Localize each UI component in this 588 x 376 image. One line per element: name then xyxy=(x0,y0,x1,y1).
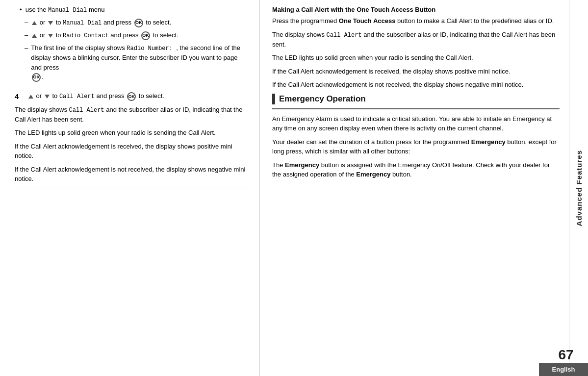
right-section1-para5: If the Call Alert acknowledgement is not… xyxy=(272,80,560,90)
step-4-row: 4 or to Call Alert and press OK to selec… xyxy=(15,92,250,101)
section2-divider xyxy=(272,108,560,109)
call-alert-code-right: Call Alert xyxy=(327,32,362,39)
arrow-up-icon xyxy=(32,21,37,25)
bullet-symbol: • xyxy=(20,6,24,13)
dash-symbol-2: – xyxy=(25,30,28,40)
manual-dial-code-2: Manual Dial xyxy=(63,20,102,26)
left-para-2: The LED lights up solid green when your … xyxy=(15,128,250,138)
dash-text-1: or to Manual Dial and press OK to select… xyxy=(31,18,171,27)
radio-number-code: Radio Number: xyxy=(127,45,176,52)
dash-symbol-3: – xyxy=(25,43,28,53)
sidebar-label: Advanced Features xyxy=(575,150,583,226)
ok-button-icon-3: OK xyxy=(32,73,41,82)
right-section1-para3: The LED lights up solid green when your … xyxy=(272,53,560,63)
bullet-manual-dial: • use the Manual Dial menu xyxy=(20,5,250,15)
right-section2-para3: The Emergency button is assigned with th… xyxy=(272,160,560,179)
dash-radio-contact: – or to Radio Contact and press OK to se… xyxy=(25,30,250,40)
arrow-up-icon-2 xyxy=(32,34,37,38)
section1-title: Making a Call Alert with the One Touch A… xyxy=(272,6,560,13)
right-section1-para1: Press the programmed One Touch Access bu… xyxy=(272,16,560,26)
language-badge: English xyxy=(539,363,588,376)
sidebar: Advanced Features xyxy=(569,0,588,376)
right-section2-para2: Your dealer can set the duration of a bu… xyxy=(272,137,560,156)
right-section2-para1: An Emergency Alarm is used to indicate a… xyxy=(272,114,560,133)
one-touch-bold: One Touch Access xyxy=(339,17,396,25)
bottom-right: 67 English xyxy=(539,347,588,376)
emergency-bold-2: Emergency xyxy=(285,161,319,169)
divider-2 xyxy=(15,189,250,189)
left-para-4: If the Call Alert acknowledgement is not… xyxy=(15,165,250,184)
right-section1-para4: If the Call Alert acknowledgement is rec… xyxy=(272,67,560,76)
emergency-bold-1: Emergency xyxy=(471,138,506,146)
dash-radio-number: – The first line of the display shows Ra… xyxy=(25,43,250,82)
ok-button-icon: OK xyxy=(134,19,143,27)
call-alert-code-step4: Call Alert xyxy=(59,93,95,100)
dash-symbol-1: – xyxy=(25,18,28,27)
arrow-down-icon-3 xyxy=(45,95,50,99)
page-number: 67 xyxy=(549,347,588,363)
dash-text-3: The first line of the display shows Radi… xyxy=(31,43,250,82)
left-para-3: If the Call Alert acknowledgement is rec… xyxy=(15,142,250,161)
radio-contact-code: Radio Contact xyxy=(63,32,109,39)
dash-text-2: or to Radio Contact and press OK to sele… xyxy=(31,30,178,40)
arrow-down-icon-2 xyxy=(48,34,53,38)
ok-button-icon-2: OK xyxy=(141,31,150,40)
right-column: Making a Call Alert with the One Touch A… xyxy=(260,0,569,376)
main-content: • use the Manual Dial menu – or to Manua… xyxy=(0,0,588,376)
ok-button-icon-4: OK xyxy=(127,92,136,101)
left-column: • use the Manual Dial menu – or to Manua… xyxy=(0,0,260,376)
right-section1-para2: The display shows Call Alert and the sub… xyxy=(272,30,560,50)
emergency-bold-3: Emergency xyxy=(356,171,390,178)
dash-manual-dial: – or to Manual Dial and press OK to sele… xyxy=(25,18,250,27)
manual-dial-code: Manual Dial xyxy=(48,7,87,14)
section2-title: Emergency Operation xyxy=(279,94,366,104)
step-4-text: or to Call Alert and press OK to select. xyxy=(27,92,164,101)
arrow-up-icon-3 xyxy=(28,95,33,99)
left-para-1: The display shows Call Alert and the sub… xyxy=(15,105,250,125)
step-number-4: 4 xyxy=(15,92,25,100)
arrow-down-icon xyxy=(48,21,53,25)
divider-1 xyxy=(15,87,250,87)
section2-header: Emergency Operation xyxy=(272,94,560,104)
bullet-text: use the Manual Dial menu xyxy=(26,6,105,13)
call-alert-code-para1: Call Alert xyxy=(69,107,104,114)
section-header-bar xyxy=(272,94,275,104)
